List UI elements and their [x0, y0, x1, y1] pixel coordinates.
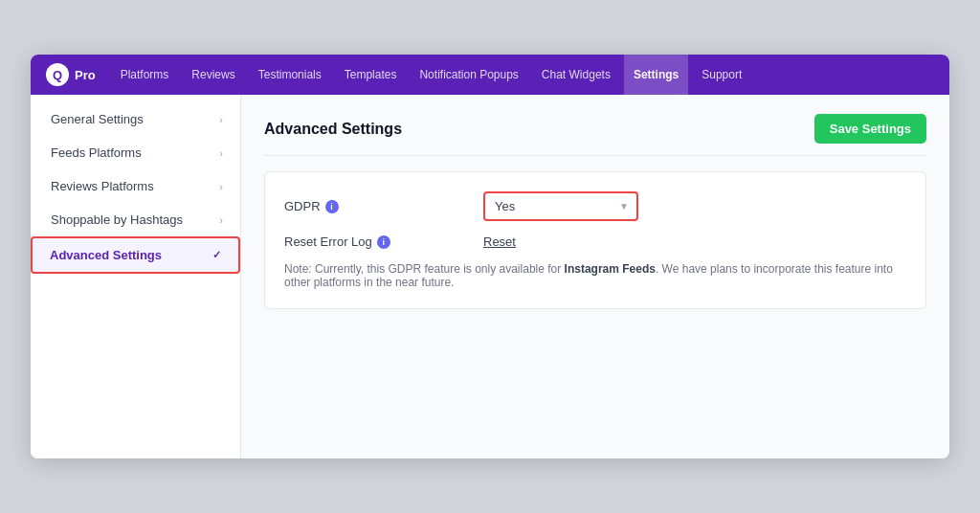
chevron-down-icon: ✓	[212, 249, 221, 261]
top-navigation: Q Pro Platforms Reviews Testimonials Tem…	[31, 55, 949, 95]
sidebar-item-advanced-settings[interactable]: Advanced Settings ✓	[31, 236, 240, 274]
sidebar-item-general-settings[interactable]: General Settings ›	[31, 102, 240, 136]
reset-error-log-row: Reset Error Log i Reset	[284, 234, 906, 249]
nav-chat-widgets[interactable]: Chat Widgets	[532, 55, 620, 95]
settings-card: GDPR i Yes No ▼ Reset Error Log	[264, 171, 926, 309]
gdpr-select-wrapper: Yes No ▼	[483, 191, 638, 221]
gdpr-label: GDPR i	[284, 199, 476, 213]
nav-settings[interactable]: Settings	[624, 55, 688, 95]
sidebar: General Settings › Feeds Platforms › Rev…	[31, 95, 241, 458]
chevron-right-icon: ›	[219, 114, 223, 125]
chevron-right-icon: ›	[219, 214, 223, 226]
logo-icon: Q	[46, 63, 69, 86]
reset-error-log-label: Reset Error Log i	[284, 234, 476, 249]
gdpr-select[interactable]: Yes No	[485, 193, 638, 219]
app-window: Q Pro Platforms Reviews Testimonials Tem…	[31, 55, 949, 458]
nav-reviews[interactable]: Reviews	[182, 55, 244, 95]
sidebar-item-feeds-platforms[interactable]: Feeds Platforms ›	[31, 136, 240, 169]
page-title: Advanced Settings	[264, 121, 402, 138]
gdpr-row: GDPR i Yes No ▼	[284, 191, 906, 221]
nav-notification-popups[interactable]: Notification Popups	[410, 55, 527, 95]
main-area: General Settings › Feeds Platforms › Rev…	[31, 95, 949, 458]
nav-platforms[interactable]: Platforms	[111, 55, 179, 95]
chevron-right-icon: ›	[219, 181, 223, 192]
reset-link[interactable]: Reset	[483, 234, 516, 249]
nav-support[interactable]: Support	[692, 55, 751, 95]
logo-text: Pro	[75, 68, 96, 82]
sidebar-item-shoppable-hashtags[interactable]: Shoppable by Hashtags ›	[31, 203, 240, 236]
reset-info-icon[interactable]: i	[377, 235, 390, 249]
sidebar-item-reviews-platforms[interactable]: Reviews Platforms ›	[31, 169, 240, 203]
nav-testimonials[interactable]: Testimonials	[249, 55, 331, 95]
gdpr-info-icon[interactable]: i	[325, 200, 339, 213]
app-logo: Q Pro	[46, 63, 96, 86]
save-settings-button[interactable]: Save Settings	[814, 114, 926, 144]
content-header: Advanced Settings Save Settings	[264, 114, 926, 156]
content-area: Advanced Settings Save Settings GDPR i Y…	[241, 95, 949, 458]
chevron-right-icon: ›	[219, 147, 223, 159]
gdpr-note: Note: Currently, this GDPR feature is on…	[284, 262, 906, 289]
nav-templates[interactable]: Templates	[335, 55, 407, 95]
